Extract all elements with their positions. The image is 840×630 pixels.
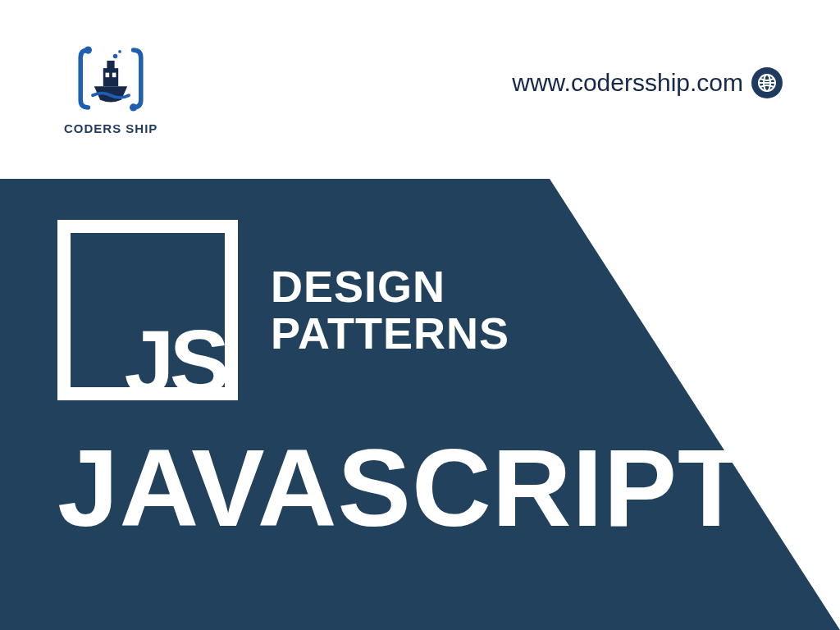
- svg-rect-2: [103, 68, 118, 86]
- brand-name: CODERS SHIP: [64, 121, 158, 135]
- hero-subtitle-line1: DESIGN: [271, 263, 509, 310]
- js-badge-text: JS: [57, 328, 238, 396]
- ship-logo-icon: [73, 41, 148, 116]
- hero-title: JAVASCRIPT: [57, 425, 746, 550]
- hero-subtitle: DESIGN PATTERNS: [271, 263, 509, 356]
- svg-point-1: [130, 103, 137, 111]
- svg-rect-3: [107, 61, 115, 70]
- svg-point-0: [84, 46, 92, 53]
- svg-point-6: [113, 54, 118, 59]
- brand-logo: CODERS SHIP: [64, 41, 158, 135]
- hero-content: JS DESIGN PATTERNS JAVASCRIPT: [57, 220, 746, 550]
- hero-subtitle-line2: PATTERNS: [271, 310, 509, 357]
- js-badge: JS: [57, 220, 238, 400]
- svg-rect-5: [112, 73, 116, 78]
- svg-point-7: [118, 50, 121, 53]
- website-url: www.codersship.com: [512, 69, 743, 97]
- header: CODERS SHIP www.codersship.com: [0, 0, 840, 179]
- svg-rect-4: [106, 73, 110, 78]
- hero-top-row: JS DESIGN PATTERNS: [57, 220, 746, 400]
- globe-icon: [751, 67, 783, 98]
- website-url-block: www.codersship.com: [512, 67, 783, 98]
- hero-panel: JS DESIGN PATTERNS JAVASCRIPT: [0, 179, 840, 630]
